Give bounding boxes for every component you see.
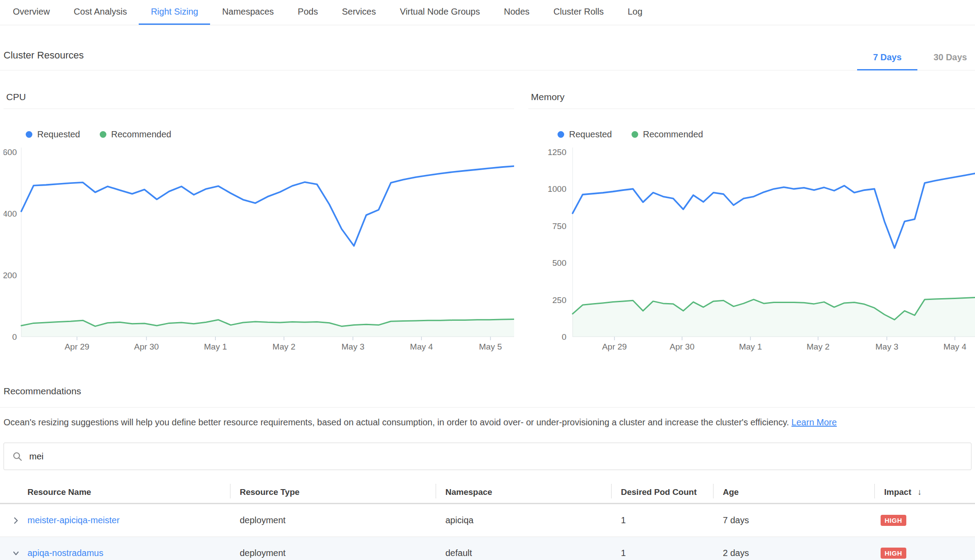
- range-tab-30-days[interactable]: 30 Days: [917, 52, 975, 70]
- memory-line-chart: 025050075010001250Apr 29Apr 30May 1May 2…: [528, 145, 975, 357]
- table-body: meister-apiciqa-meisterdeploymentapiciqa…: [0, 504, 975, 560]
- svg-text:May 1: May 1: [739, 342, 762, 351]
- legend-label: Requested: [37, 129, 80, 140]
- svg-text:250: 250: [552, 296, 566, 305]
- svg-text:May 2: May 2: [807, 342, 830, 351]
- cpu-chart-title: CPU: [4, 92, 514, 109]
- recommended-legend-dot-icon: [632, 131, 638, 138]
- tab-overview[interactable]: Overview: [1, 0, 62, 25]
- cluster-resources-title: Cluster Resources: [4, 50, 84, 70]
- svg-text:May 5: May 5: [479, 342, 502, 351]
- cpu-chart-panel: CPU RequestedRecommended 0200400600Apr 2…: [4, 92, 514, 357]
- impact-badge: HIGH: [881, 515, 906, 526]
- recommendations-table: Resource NameResource TypeNamespaceDesir…: [0, 481, 975, 560]
- column-header-age[interactable]: Age: [713, 481, 874, 503]
- search-icon: [12, 451, 23, 462]
- desired-pod-count-cell: 1: [611, 548, 713, 558]
- recommendations-header: Recommendations: [0, 386, 975, 408]
- time-range-tabs: 7 Days30 Days: [857, 52, 975, 70]
- svg-text:0: 0: [12, 332, 17, 342]
- resource-type-cell: deployment: [230, 548, 436, 558]
- svg-text:May 3: May 3: [342, 342, 365, 351]
- legend-label: Requested: [569, 129, 612, 140]
- resource-name-link[interactable]: apiqa-nostradamus: [27, 548, 103, 558]
- tab-nodes[interactable]: Nodes: [492, 0, 542, 25]
- search-input[interactable]: [29, 451, 963, 462]
- svg-text:500: 500: [552, 258, 566, 268]
- column-header-desired-pod-count[interactable]: Desired Pod Count: [611, 481, 713, 503]
- search-box: [4, 443, 971, 470]
- svg-text:Apr 30: Apr 30: [134, 342, 159, 351]
- requested-legend-dot-icon: [558, 131, 564, 138]
- resource-name-link[interactable]: meister-apiciqa-meister: [27, 515, 120, 525]
- svg-text:May 2: May 2: [273, 342, 296, 351]
- svg-text:Apr 29: Apr 29: [602, 342, 627, 351]
- tab-namespaces[interactable]: Namespaces: [210, 0, 286, 25]
- memory-chart-title: Memory: [528, 92, 975, 109]
- table-row-apiqa-nostradamus: apiqa-nostradamusdeploymentdefault12 day…: [0, 537, 975, 560]
- column-header-label: Namespace: [445, 487, 492, 497]
- requested-legend-dot-icon: [26, 131, 32, 138]
- tab-cost-analysis[interactable]: Cost Analysis: [62, 0, 139, 25]
- recommended-legend-dot-icon: [100, 131, 106, 138]
- legend-label: Recommended: [111, 129, 172, 140]
- table-row-meister-apiciqa-meister: meister-apiciqa-meisterdeploymentapiciqa…: [0, 504, 975, 537]
- top-tab-bar: OverviewCost AnalysisRight SizingNamespa…: [0, 0, 975, 25]
- svg-text:0: 0: [562, 332, 566, 342]
- legend-item-requested: Requested: [558, 129, 612, 140]
- svg-text:Apr 29: Apr 29: [65, 342, 90, 351]
- age-cell: 7 days: [713, 515, 874, 525]
- svg-text:1000: 1000: [548, 184, 566, 194]
- tab-virtual-node-groups[interactable]: Virtual Node Groups: [388, 0, 492, 25]
- cpu-chart-legend: RequestedRecommended: [26, 129, 514, 140]
- memory-chart-panel: Memory RequestedRecommended 025050075010…: [528, 92, 975, 357]
- column-header-impact[interactable]: Impact↓: [874, 481, 975, 503]
- cluster-resources-header: Cluster Resources 7 Days30 Days: [0, 50, 975, 70]
- legend-item-recommended: Recommended: [632, 129, 703, 140]
- memory-chart-legend: RequestedRecommended: [558, 129, 975, 140]
- tab-services[interactable]: Services: [330, 0, 388, 25]
- tab-right-sizing[interactable]: Right Sizing: [139, 0, 210, 25]
- tab-log[interactable]: Log: [616, 0, 654, 25]
- svg-text:600: 600: [4, 148, 17, 157]
- svg-text:May 1: May 1: [204, 342, 227, 351]
- namespace-cell: apiciqa: [436, 515, 611, 525]
- chevron-down-icon[interactable]: [12, 549, 20, 558]
- column-header-resource-type[interactable]: Resource Type: [230, 481, 436, 503]
- cpu-line-chart: 0200400600Apr 29Apr 30May 1May 2May 3May…: [4, 145, 514, 357]
- svg-text:200: 200: [4, 271, 17, 280]
- tab-pods[interactable]: Pods: [286, 0, 330, 25]
- charts-row: CPU RequestedRecommended 0200400600Apr 2…: [0, 92, 975, 357]
- chevron-right-icon[interactable]: [12, 516, 20, 525]
- recommendations-title: Recommendations: [4, 386, 975, 407]
- range-tab-7-days[interactable]: 7 Days: [857, 52, 918, 70]
- svg-text:May 3: May 3: [875, 342, 898, 351]
- resource-type-cell: deployment: [230, 515, 436, 525]
- svg-text:750: 750: [552, 222, 566, 231]
- impact-badge: HIGH: [881, 548, 906, 559]
- desired-pod-count-cell: 1: [611, 515, 713, 525]
- column-header-label: Impact: [884, 487, 911, 497]
- svg-text:May 4: May 4: [944, 342, 967, 351]
- learn-more-link[interactable]: Learn More: [792, 417, 837, 427]
- column-header-label: Desired Pod Count: [621, 487, 697, 497]
- legend-label: Recommended: [643, 129, 703, 140]
- column-header-label: Resource Name: [27, 487, 91, 497]
- recommendations-description-text: Ocean's resizing suggestions will help y…: [4, 417, 789, 427]
- age-cell: 2 days: [713, 548, 874, 558]
- column-header-label: Resource Type: [240, 487, 300, 497]
- svg-text:May 4: May 4: [410, 342, 433, 351]
- table-header-row: Resource NameResource TypeNamespaceDesir…: [0, 481, 975, 504]
- tab-cluster-rolls[interactable]: Cluster Rolls: [542, 0, 616, 25]
- svg-text:400: 400: [4, 209, 17, 218]
- column-header-resource-name[interactable]: Resource Name: [27, 481, 230, 503]
- legend-item-recommended: Recommended: [100, 129, 172, 140]
- legend-item-requested: Requested: [26, 129, 80, 140]
- svg-text:1250: 1250: [548, 148, 566, 157]
- sort-descending-icon[interactable]: ↓: [917, 487, 922, 497]
- svg-text:Apr 30: Apr 30: [670, 342, 694, 351]
- recommendations-description: Ocean's resizing suggestions will help y…: [0, 417, 975, 428]
- column-header-label: Age: [723, 487, 739, 497]
- namespace-cell: default: [436, 548, 611, 558]
- column-header-namespace[interactable]: Namespace: [436, 481, 611, 503]
